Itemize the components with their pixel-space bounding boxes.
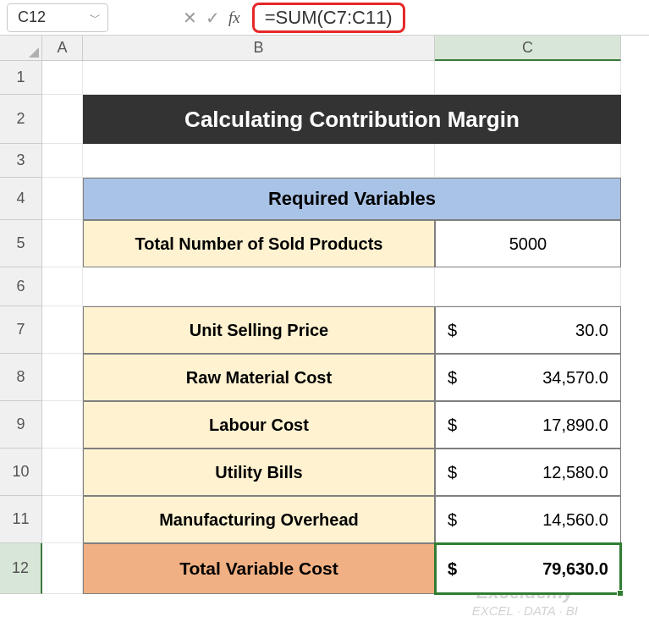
- formula-bar: C12 ﹀ ✕ ✓ fx =SUM(C7:C11): [0, 0, 649, 36]
- cell-A8[interactable]: [42, 354, 83, 401]
- cell-A6[interactable]: [42, 267, 83, 306]
- value-sold-products[interactable]: 5000: [435, 220, 621, 267]
- cell-C3[interactable]: [435, 144, 621, 178]
- fx-icon[interactable]: fx: [228, 8, 240, 27]
- label-utility[interactable]: Utility Bills: [83, 449, 435, 496]
- value-raw-material[interactable]: $ 34,570.0: [435, 354, 621, 401]
- row-header-12[interactable]: 12: [0, 543, 42, 594]
- currency-symbol: $: [448, 559, 457, 579]
- row-header-6[interactable]: 6: [0, 267, 42, 306]
- column-header-row: A B C: [42, 36, 649, 61]
- row-header-2[interactable]: 2: [0, 95, 42, 144]
- select-all-corner[interactable]: [0, 36, 42, 61]
- cell-A4[interactable]: [42, 178, 83, 220]
- total-variable-number: 79,630.0: [542, 559, 608, 579]
- row-header-1[interactable]: 1: [0, 61, 42, 95]
- col-header-C[interactable]: C: [435, 36, 621, 61]
- row-header-7[interactable]: 7: [0, 306, 42, 354]
- label-total-variable[interactable]: Total Variable Cost: [83, 543, 435, 594]
- cell-B3[interactable]: [83, 144, 435, 178]
- currency-symbol: $: [448, 463, 457, 482]
- unit-price-number: 30.0: [575, 321, 608, 340]
- cell-C1[interactable]: [435, 61, 621, 95]
- watermark-subtitle: EXCEL · DATA · BI: [472, 603, 578, 619]
- cell-A10[interactable]: [42, 449, 83, 496]
- col-header-A[interactable]: A: [42, 36, 83, 61]
- accept-icon[interactable]: ✓: [206, 8, 220, 28]
- cell-B6[interactable]: [83, 267, 435, 306]
- value-total-variable[interactable]: $ 79,630.0: [435, 543, 621, 594]
- currency-symbol: $: [448, 368, 457, 388]
- row-header-9[interactable]: 9: [0, 401, 42, 449]
- label-labour[interactable]: Labour Cost: [83, 401, 435, 449]
- formula-bar-icons: ✕ ✓ fx: [115, 8, 245, 28]
- row-header-column: 1 2 3 4 5 6 7 8 9 10 11 12: [0, 36, 42, 644]
- row-header-10[interactable]: 10: [0, 449, 42, 496]
- overhead-number: 14,560.0: [542, 510, 608, 530]
- formula-text: =SUM(C7:C11): [265, 7, 393, 28]
- row-header-11[interactable]: 11: [0, 496, 42, 543]
- raw-material-number: 34,570.0: [542, 368, 608, 388]
- value-overhead[interactable]: $ 14,560.0: [435, 496, 621, 543]
- chevron-down-icon[interactable]: ﹀: [90, 10, 101, 25]
- cell-A5[interactable]: [42, 220, 83, 267]
- cell-C6[interactable]: [435, 267, 621, 306]
- label-raw-material[interactable]: Raw Material Cost: [83, 354, 435, 401]
- title-cell[interactable]: Calculating Contribution Margin: [83, 95, 621, 144]
- data-area: A B C Calculating Contribution Margin Re…: [42, 36, 649, 644]
- formula-input[interactable]: =SUM(C7:C11): [252, 3, 405, 33]
- value-labour[interactable]: $ 17,890.0: [435, 401, 621, 449]
- cell-A1[interactable]: [42, 61, 83, 95]
- name-box-value: C12: [18, 8, 46, 26]
- currency-symbol: $: [448, 510, 457, 530]
- cell-A12[interactable]: [42, 543, 83, 594]
- cell-A11[interactable]: [42, 496, 83, 543]
- currency-symbol: $: [448, 416, 457, 435]
- label-unit-price[interactable]: Unit Selling Price: [83, 306, 435, 354]
- cell-A7[interactable]: [42, 306, 83, 354]
- label-sold-products[interactable]: Total Number of Sold Products: [83, 220, 435, 267]
- section-header[interactable]: Required Variables: [83, 178, 621, 220]
- cell-A2[interactable]: [42, 95, 83, 144]
- row-header-5[interactable]: 5: [0, 220, 42, 267]
- cell-B1[interactable]: [83, 61, 435, 95]
- value-unit-price[interactable]: $ 30.0: [435, 306, 621, 354]
- fill-handle[interactable]: [617, 590, 624, 597]
- cell-A9[interactable]: [42, 401, 83, 449]
- row-header-4[interactable]: 4: [0, 178, 42, 220]
- row-header-3[interactable]: 3: [0, 144, 42, 178]
- utility-number: 12,580.0: [542, 463, 608, 482]
- col-header-B[interactable]: B: [83, 36, 435, 61]
- label-overhead[interactable]: Manufacturing Overhead: [83, 496, 435, 543]
- name-box[interactable]: C12 ﹀: [7, 3, 108, 32]
- value-utility[interactable]: $ 12,580.0: [435, 449, 621, 496]
- labour-number: 17,890.0: [542, 416, 608, 435]
- cancel-icon[interactable]: ✕: [183, 8, 197, 28]
- row-header-8[interactable]: 8: [0, 354, 42, 401]
- spreadsheet-grid: 1 2 3 4 5 6 7 8 9 10 11 12 A B C Calcula…: [0, 36, 649, 644]
- cell-A3[interactable]: [42, 144, 83, 178]
- currency-symbol: $: [448, 321, 457, 340]
